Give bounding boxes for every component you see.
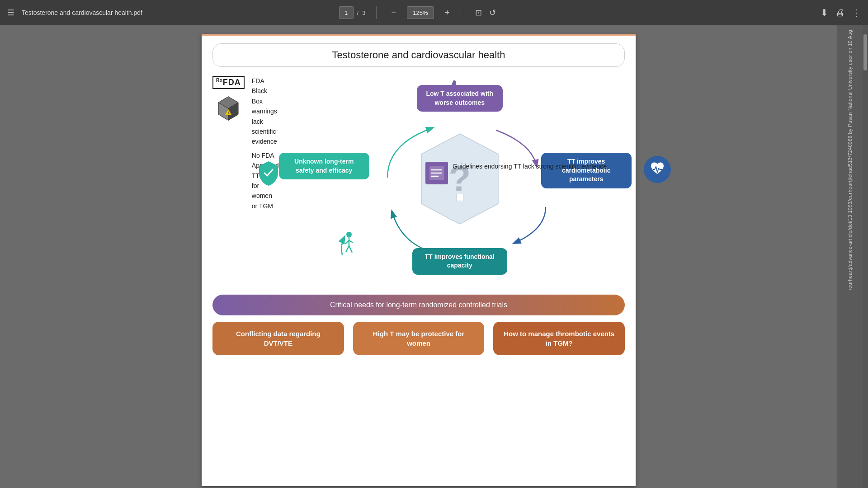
- scrollbar[interactable]: [863, 25, 868, 488]
- top-accent-bar: [202, 34, 636, 36]
- menu-button[interactable]: ☰: [7, 8, 14, 18]
- divider2: [464, 6, 464, 19]
- critical-needs-bar: Critical needs for long-term randomized …: [212, 295, 625, 315]
- fit-page-button[interactable]: ⊡: [475, 8, 482, 18]
- heart-monitor-icon: [643, 155, 672, 184]
- pdf-title: Testosterone and cardiovascular health: [332, 49, 505, 61]
- svg-text:!: !: [228, 111, 229, 115]
- toolbar: ☰ Testosterone and cardiovascular health…: [0, 0, 868, 25]
- fda-text: FDA Black Box warnings lack scientific e…: [252, 76, 279, 211]
- page-total: 3: [362, 9, 365, 16]
- svg-point-9: [346, 232, 352, 237]
- top-section: RxFDA !: [212, 76, 625, 284]
- card-dvt: Conflicting data regarding DVT/VTE: [212, 322, 344, 355]
- menu-icon: ☰: [7, 8, 14, 17]
- heart-icon-container: [643, 155, 672, 186]
- scrollbar-thumb[interactable]: [863, 34, 867, 70]
- svg-line-12: [349, 240, 353, 243]
- shield-icon-container: [256, 160, 281, 188]
- download-icon: ⬇: [821, 8, 828, 18]
- print-button[interactable]: 🖨: [835, 8, 844, 18]
- guidelines-text: Guidelines endorsing TT lack strong scie…: [453, 162, 607, 171]
- pdf-title-box: Testosterone and cardiovascular health: [212, 43, 625, 67]
- bottom-cards: Conflicting data regarding DVT/VTE High …: [212, 322, 625, 355]
- fit-page-icon: ⊡: [475, 8, 482, 17]
- guidelines-icon: [425, 162, 448, 184]
- zoom-level-input[interactable]: [407, 6, 434, 19]
- zoom-in-button[interactable]: +: [441, 6, 453, 19]
- more-button[interactable]: ⋮: [852, 7, 861, 18]
- more-icon: ⋮: [852, 8, 861, 18]
- history-button[interactable]: ↺: [489, 8, 496, 18]
- print-icon: 🖨: [835, 8, 844, 18]
- guidelines-box: Guidelines endorsing TT lack strong scie…: [425, 162, 607, 184]
- svg-line-14: [349, 246, 352, 253]
- zoom-out-button[interactable]: −: [387, 6, 400, 19]
- svg-line-13: [346, 246, 349, 252]
- svg-line-11: [345, 240, 349, 244]
- document-lines-icon: [428, 164, 446, 182]
- right-sidebar: /eurheartj/advance-article/doi/10.1093/e…: [837, 25, 863, 488]
- pdf-page: Testosterone and cardiovascular health R…: [202, 34, 636, 486]
- fda-warning-text: FDA Black Box warnings lack scientific e…: [252, 76, 279, 147]
- content-area: Testosterone and cardiovascular health R…: [0, 25, 868, 488]
- download-button[interactable]: ⬇: [821, 7, 828, 18]
- card-thrombotic: How to manage thrombotic events in TGM?: [493, 322, 625, 355]
- fda-logo: RxFDA: [212, 76, 245, 89]
- url-text: /eurheartj/advance-article/doi/10.1093/e…: [847, 30, 853, 290]
- history-icon: ↺: [489, 8, 496, 17]
- unknown-box: Unknown long-term safety and efficacy: [279, 153, 369, 179]
- person-walking-icon: [333, 228, 358, 259]
- shield-icon: [256, 160, 281, 187]
- document-title: Testosterone and cardiovascular health.p…: [22, 9, 332, 16]
- card-high-t: High T may be protective for women: [353, 322, 485, 355]
- divider: [376, 6, 377, 19]
- person-icon-container: [333, 228, 358, 261]
- page-input[interactable]: [339, 6, 354, 19]
- fda-cube-icon: !: [212, 93, 244, 124]
- tt-functional-box: TT improves functional capacity: [412, 248, 507, 275]
- low-t-box: Low T associated with worse outcomes: [417, 85, 503, 112]
- page-separator: /: [357, 9, 359, 16]
- pdf-viewer[interactable]: Testosterone and cardiovascular health R…: [0, 25, 837, 488]
- fda-logo-container: RxFDA !: [212, 76, 245, 124]
- page-navigation: / 3: [339, 6, 366, 19]
